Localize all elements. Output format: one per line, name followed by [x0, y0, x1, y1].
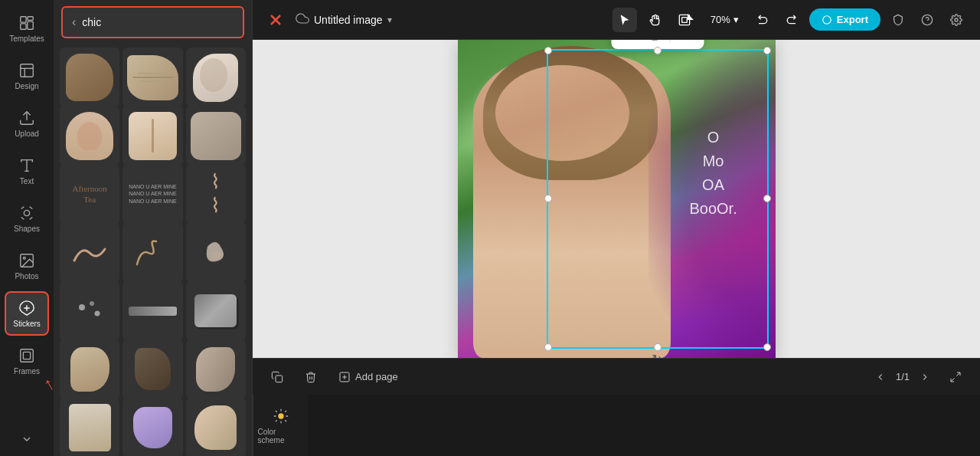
search-input[interactable] — [82, 16, 234, 28]
sticker-item[interactable] — [60, 281, 119, 341]
right-panel: Color scheme Filters Effects — [253, 395, 308, 456]
next-page-btn[interactable] — [916, 368, 934, 386]
document-title[interactable]: Untitled image ▾ — [296, 11, 392, 28]
bottom-bar: Add page 1/1 — [253, 358, 980, 395]
sidebar-item-shapes[interactable]: Shapes — [5, 196, 49, 241]
bottom-right: 1/1 — [871, 368, 968, 386]
svg-rect-1 — [28, 16, 33, 20]
sticker-item[interactable] — [60, 222, 119, 282]
svg-point-10 — [24, 210, 29, 215]
sticker-item[interactable] — [122, 398, 182, 456]
svg-rect-13 — [21, 349, 34, 362]
sticker-item[interactable] — [122, 222, 182, 282]
main-photo: O Mo OA BooOr. — [458, 40, 776, 358]
sidebar-item-text[interactable]: Text — [5, 149, 49, 193]
add-page-btn[interactable]: Add page — [332, 368, 404, 386]
sticker-item[interactable]: AfternoonTea — [60, 164, 119, 224]
svg-rect-4 — [21, 64, 34, 77]
right-tool-color-scheme[interactable]: Color scheme — [258, 404, 304, 448]
svg-rect-14 — [23, 352, 30, 359]
sticker-item[interactable] — [60, 340, 119, 399]
title-caret-icon: ▾ — [387, 15, 392, 25]
app-logo[interactable] — [265, 9, 286, 31]
sidebar-collapse-btn[interactable] — [5, 428, 49, 450]
sticker-item[interactable] — [186, 340, 246, 399]
svg-point-23 — [955, 18, 958, 21]
svg-point-15 — [79, 304, 85, 310]
sticker-item[interactable]: ⌇⌇ — [186, 164, 246, 224]
stickers-panel: ‹ — [54, 0, 253, 456]
svg-rect-2 — [21, 23, 26, 28]
export-button[interactable]: Export — [809, 8, 880, 31]
sidebar-item-photos[interactable]: Photos — [5, 244, 49, 288]
watermark-text: O Mo OA BooOr. — [689, 129, 737, 218]
main-area: Untitled image ▾ 70% ▾ — [253, 0, 980, 456]
sticker-item[interactable] — [60, 48, 119, 107]
document-name: Untitled image — [314, 14, 383, 26]
sidebar-item-stickers[interactable]: Stickers — [5, 291, 49, 336]
sidebar-item-templates[interactable]: Templates — [5, 6, 49, 51]
sticker-grid: AfternoonTea NANO U AER MINE NANO U AER … — [54, 44, 252, 456]
svg-rect-3 — [28, 21, 33, 29]
sticker-item[interactable] — [122, 281, 182, 341]
prev-page-btn[interactable] — [871, 368, 890, 386]
sticker-item[interactable] — [122, 340, 182, 399]
sticker-item[interactable] — [186, 281, 246, 341]
zoom-level: 70% — [710, 14, 730, 25]
svg-point-30 — [278, 413, 283, 418]
settings-btn[interactable] — [945, 8, 968, 31]
sidebar-nav: Templates Design Upload Text Shapes — [0, 0, 54, 456]
sidebar-item-upload[interactable]: Upload — [5, 101, 49, 146]
svg-point-16 — [90, 301, 94, 306]
copy-page-btn[interactable] — [265, 368, 289, 386]
top-bar: Untitled image ▾ 70% ▾ — [253, 0, 980, 40]
sticker-item[interactable] — [60, 106, 119, 166]
canvas-wrapper[interactable]: Page 1 ⋯ — [253, 40, 980, 358]
svg-rect-0 — [21, 16, 26, 21]
search-back-icon[interactable]: ‹ — [72, 15, 76, 29]
sticker-item[interactable] — [186, 222, 246, 282]
sticker-item[interactable] — [186, 398, 246, 456]
sticker-item[interactable] — [122, 48, 182, 107]
svg-rect-21 — [681, 17, 687, 22]
canvas-content[interactable]: O Mo OA BooOr. — [253, 40, 980, 358]
sticker-item[interactable]: NANO U AER MINE NANO U AER MINE NANO U A… — [122, 164, 182, 224]
sidebar-item-frames[interactable]: Frames — [5, 339, 49, 383]
shield-btn[interactable] — [887, 8, 910, 31]
redo-btn[interactable] — [779, 8, 803, 32]
search-bar[interactable]: ‹ — [61, 6, 244, 38]
page-indicator: 1/1 — [896, 371, 910, 382]
toolbar-center: 70% ▾ Export — [612, 8, 968, 32]
sticker-item[interactable] — [122, 106, 182, 166]
select-tool-btn[interactable] — [612, 8, 637, 32]
sticker-item[interactable] — [186, 48, 246, 107]
page-nav: 1/1 — [871, 368, 934, 386]
image-frame[interactable]: O Mo OA BooOr. — [458, 40, 776, 358]
delete-page-btn[interactable] — [299, 368, 323, 386]
undo-redo-group — [751, 8, 803, 32]
zoom-caret-icon: ▾ — [733, 14, 739, 25]
hand-tool-btn[interactable] — [643, 8, 668, 32]
expand-btn[interactable] — [943, 368, 968, 386]
sticker-item[interactable] — [186, 106, 246, 166]
sidebar-item-design[interactable]: Design — [5, 54, 49, 98]
svg-point-17 — [95, 310, 100, 316]
undo-btn[interactable] — [751, 8, 776, 32]
sticker-item[interactable] — [60, 398, 119, 456]
cloud-icon — [296, 11, 309, 28]
frame-tool-btn[interactable] — [674, 8, 698, 32]
svg-point-12 — [23, 257, 25, 259]
zoom-control[interactable]: 70% ▾ — [704, 11, 745, 28]
help-btn[interactable] — [916, 8, 939, 31]
svg-rect-26 — [276, 376, 283, 382]
